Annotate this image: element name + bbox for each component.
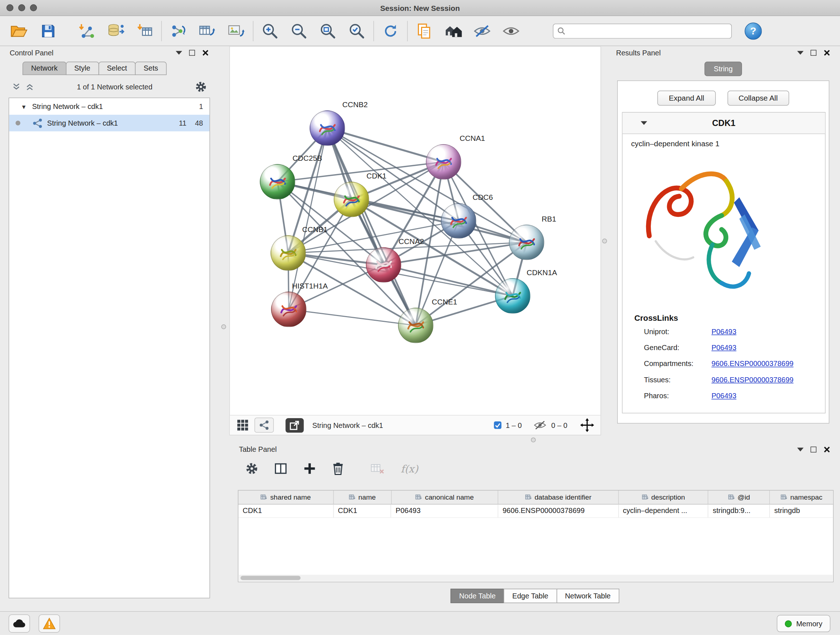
hide-elements-button[interactable] <box>470 19 494 43</box>
zoom-window-icon[interactable] <box>30 4 37 11</box>
string-home-button[interactable] <box>441 19 465 43</box>
collapse-all-button[interactable]: Collapse All <box>727 90 789 105</box>
tab-network[interactable]: Network <box>22 62 66 75</box>
crosslink-pharos[interactable]: P06493 <box>712 392 737 403</box>
zoom-selected-button[interactable] <box>345 19 369 43</box>
horizontal-splitter-handle[interactable] <box>531 437 536 442</box>
cell-database-identifier[interactable]: 9606.ENSP00000378699 <box>498 505 619 518</box>
column-header[interactable]: description <box>619 491 708 504</box>
close-window-icon[interactable] <box>6 4 13 11</box>
tab-sets[interactable]: Sets <box>135 62 166 75</box>
network-node-ccnb2[interactable] <box>309 111 345 146</box>
cell-name[interactable]: CDK1 <box>333 505 392 518</box>
tab-network-table[interactable]: Network Table <box>556 589 619 603</box>
traffic-light-buttons[interactable] <box>6 4 37 11</box>
selected-checkbox-icon[interactable] <box>493 421 502 430</box>
column-header[interactable]: namespac <box>770 491 833 504</box>
column-header[interactable]: @id <box>708 491 770 504</box>
network-node-cdc25b[interactable] <box>260 164 295 200</box>
search-input[interactable] <box>569 27 728 35</box>
panel-collapse-icon[interactable] <box>797 448 804 451</box>
panel-collapse-icon[interactable] <box>176 51 182 54</box>
tab-string-results[interactable]: String <box>705 62 742 76</box>
add-column-icon[interactable] <box>303 462 316 475</box>
cloud-status-button[interactable] <box>9 614 30 632</box>
refresh-view-button[interactable] <box>379 19 402 43</box>
crosslink-uniprot[interactable]: P06493 <box>712 328 737 339</box>
network-node-ccnb1[interactable] <box>271 235 306 271</box>
network-type-button[interactable] <box>254 418 273 432</box>
open-in-external-button[interactable] <box>286 418 303 432</box>
birds-eye-grid-icon[interactable] <box>236 419 249 432</box>
network-node-hist1h1a[interactable] <box>271 292 306 327</box>
table-row[interactable]: CDK1 CDK1 P06493 9606.ENSP00000378699 cy… <box>238 505 833 518</box>
search-box[interactable] <box>553 23 732 38</box>
expand-all-button[interactable]: Expand All <box>658 90 715 105</box>
column-header[interactable]: shared name <box>238 491 333 504</box>
network-node-cdc6[interactable] <box>441 203 477 239</box>
open-session-button[interactable] <box>8 19 31 43</box>
panel-float-icon[interactable] <box>811 447 816 452</box>
hidden-eye-slash-icon[interactable] <box>532 419 547 431</box>
column-header[interactable]: database identifier <box>498 491 619 504</box>
network-node-cdkn1a[interactable] <box>495 279 531 314</box>
collapse-all-tree-icon[interactable] <box>25 82 34 91</box>
column-header[interactable]: name <box>333 491 392 504</box>
delete-column-icon[interactable] <box>332 462 344 475</box>
cell-shared-name[interactable]: CDK1 <box>238 505 333 518</box>
expand-all-tree-icon[interactable] <box>12 82 21 91</box>
network-node-ccna1[interactable] <box>426 144 461 180</box>
help-button[interactable]: ? <box>745 22 761 39</box>
show-columns-icon[interactable] <box>274 463 287 475</box>
zoom-out-button[interactable] <box>287 19 311 43</box>
panel-float-icon[interactable] <box>811 50 816 55</box>
zoom-in-button[interactable] <box>258 19 282 43</box>
tab-edge-table[interactable]: Edge Table <box>504 589 557 603</box>
panel-float-icon[interactable] <box>189 50 195 55</box>
import-table-from-file-button[interactable] <box>133 19 156 43</box>
warnings-button[interactable] <box>39 614 60 632</box>
show-elements-button[interactable] <box>499 19 523 43</box>
panel-close-icon[interactable] <box>202 49 209 56</box>
cell-id[interactable]: stringdb:9... <box>708 505 770 518</box>
cell-canonical-name[interactable]: P06493 <box>392 505 499 518</box>
import-network-from-database-button[interactable] <box>104 19 127 43</box>
zoom-fit-button[interactable] <box>316 19 340 43</box>
expander-icon[interactable]: ▼ <box>21 103 27 110</box>
export-table-button[interactable] <box>196 19 219 43</box>
network-row[interactable]: String Network – cdk1 11 48 <box>9 115 210 131</box>
scrollbar-thumb[interactable] <box>240 576 301 580</box>
crosslink-genecard[interactable]: P06493 <box>712 344 737 355</box>
new-network-button[interactable] <box>167 19 190 43</box>
network-node-ccne1[interactable] <box>398 308 433 343</box>
panel-close-icon[interactable] <box>823 446 830 453</box>
network-edges[interactable] <box>230 47 600 415</box>
network-node-ccna2[interactable] <box>366 247 401 283</box>
crosslink-tissues[interactable]: 9606.ENSP00000378699 <box>712 376 794 386</box>
gear-icon[interactable] <box>195 81 207 93</box>
pan-crosshair-icon[interactable] <box>580 418 594 432</box>
export-image-button[interactable] <box>224 19 248 43</box>
tab-style[interactable]: Style <box>65 62 99 75</box>
card-collapse-icon[interactable] <box>641 121 647 125</box>
panel-close-icon[interactable] <box>823 49 830 56</box>
minimize-window-icon[interactable] <box>18 4 25 11</box>
cell-namespace[interactable]: stringdb <box>770 505 833 518</box>
import-network-from-file-button[interactable] <box>75 19 98 43</box>
network-collection-row[interactable]: ▼ String Network – cdk1 1 <box>9 98 210 115</box>
vertical-splitter-handle[interactable] <box>602 239 607 243</box>
panel-collapse-icon[interactable] <box>797 51 804 54</box>
save-session-button[interactable] <box>36 19 60 43</box>
cell-description[interactable]: cyclin–dependent ... <box>619 505 708 518</box>
tab-select[interactable]: Select <box>98 62 136 75</box>
vertical-splitter-handle[interactable] <box>221 325 226 329</box>
table-gear-icon[interactable] <box>245 462 258 475</box>
copy-document-button[interactable] <box>412 19 436 43</box>
tab-node-table[interactable]: Node Table <box>451 589 504 603</box>
memory-button[interactable]: Memory <box>777 615 831 632</box>
network-canvas[interactable]: CCNB2CCNA1CDC25BCDK1CDC6RB1CCNB1CCNA2CDK… <box>230 47 600 415</box>
crosslink-compartments[interactable]: 9606.ENSP00000378699 <box>712 360 794 371</box>
table-horizontal-scrollbar[interactable] <box>239 575 832 581</box>
network-node-cdk1[interactable] <box>334 182 369 217</box>
network-node-rb1[interactable] <box>509 225 545 260</box>
